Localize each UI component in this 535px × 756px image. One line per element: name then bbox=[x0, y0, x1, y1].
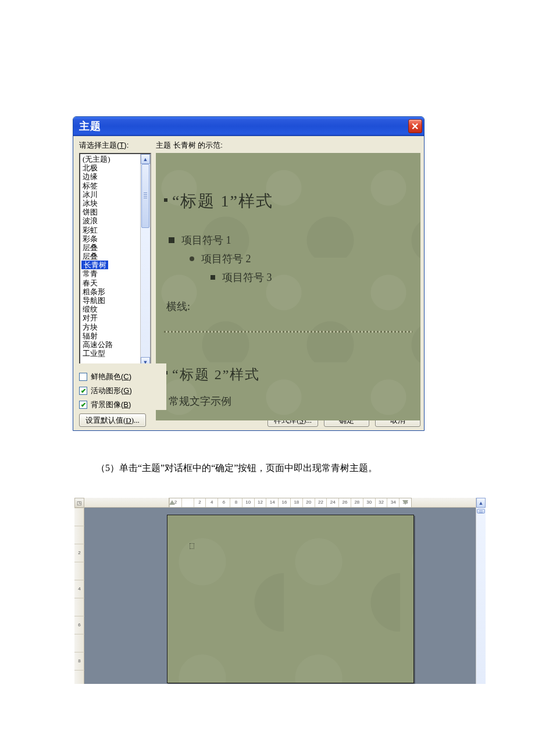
ruler-tick: 16 bbox=[278, 498, 290, 507]
ruler-tick bbox=[181, 498, 194, 507]
preview-bullet-1: 项目符号 1 bbox=[181, 233, 231, 247]
small-square-bullet-icon bbox=[211, 275, 215, 280]
ruler-tick: 14 bbox=[266, 498, 278, 507]
theme-list-item[interactable]: 高速公路 bbox=[80, 340, 140, 349]
checkbox-g[interactable]: 活动图形(G) bbox=[79, 386, 166, 396]
theme-list-item[interactable]: 层叠 bbox=[80, 252, 140, 261]
ruler-tick: 4 bbox=[205, 498, 217, 507]
theme-list-item[interactable]: 边缘 bbox=[80, 172, 140, 181]
vertical-scrollbar[interactable]: ▲ bbox=[476, 498, 486, 684]
dialog-title: 主题 bbox=[79, 119, 408, 133]
preview-regular-text: 常规文字示例 bbox=[169, 394, 412, 408]
ruler-tick: 30 bbox=[363, 498, 375, 507]
theme-list-item[interactable]: 辐射 bbox=[80, 331, 140, 340]
preview-bullet-3: 项目符号 3 bbox=[222, 270, 272, 284]
ruler-tick: 22 bbox=[315, 498, 327, 507]
close-icon[interactable]: ✕ bbox=[408, 119, 422, 133]
scroll-up-icon[interactable]: ▲ bbox=[141, 154, 150, 164]
ruler-corner-icon[interactable]: ◳ bbox=[74, 498, 84, 508]
preview-horizontal-rule bbox=[164, 331, 412, 333]
theme-list-item[interactable]: 层叠 bbox=[80, 243, 140, 252]
ruler-tick: 6 bbox=[74, 616, 84, 634]
theme-preview: “标题 1”样式 项目符号 1 项目符号 2 项目符号 3 横线: “标题 2 bbox=[156, 153, 420, 420]
ruler-tick: 10 bbox=[242, 498, 254, 507]
ruler-tick: 6 bbox=[217, 498, 230, 507]
instruction-step-5: （5）单击“主题”对话框中的“确定”按钮，页面中即出现常青树主题。 bbox=[96, 462, 535, 475]
ruler-tick: 34 bbox=[387, 498, 399, 507]
theme-list-item[interactable]: 导航图 bbox=[80, 296, 140, 305]
checkbox-c[interactable]: 鲜艳颜色(C) bbox=[79, 372, 166, 382]
ruler-tick bbox=[74, 634, 84, 652]
theme-list-item[interactable]: 冰川 bbox=[80, 190, 140, 199]
checkbox-label: 鲜艳颜色(C) bbox=[91, 372, 131, 382]
theme-list-item[interactable]: 波浪 bbox=[80, 216, 140, 225]
checkbox-icon[interactable] bbox=[79, 387, 87, 395]
dialog-titlebar[interactable]: 主题 ✕ bbox=[73, 117, 424, 136]
set-default-button[interactable]: 设置默认值(D)... bbox=[79, 413, 146, 427]
theme-list-item[interactable]: 彩虹 bbox=[80, 226, 140, 234]
theme-list-item[interactable]: 北极 bbox=[80, 163, 140, 172]
ruler-tick bbox=[74, 508, 84, 526]
horizontal-ruler[interactable]: 224681012141618202224262830323436 bbox=[84, 498, 476, 508]
preview-heading2: “标题 2”样式 bbox=[172, 365, 260, 384]
right-indent-marker-icon[interactable] bbox=[402, 500, 408, 505]
ruler-tick: 4 bbox=[74, 580, 84, 598]
ruler-tick: 2 bbox=[194, 498, 206, 507]
ruler-tick: 24 bbox=[326, 498, 338, 507]
ruler-tick: 8 bbox=[230, 498, 242, 507]
theme-listbox[interactable]: (无主题)北极边缘标签冰川冰块饼图波浪彩虹彩条层叠层叠长青树常青春天粗条形导航图… bbox=[79, 153, 151, 368]
checkbox-label: 背景图像(B) bbox=[91, 400, 131, 410]
theme-list-item[interactable]: 彩条 bbox=[80, 234, 140, 243]
document-page[interactable] bbox=[167, 515, 414, 683]
theme-list-item[interactable]: 缎纹 bbox=[80, 305, 140, 313]
preview-label: 主题 长青树 的示范: bbox=[156, 140, 420, 151]
indent-marker-icon[interactable] bbox=[169, 500, 175, 505]
preview-bullet-2: 项目符号 2 bbox=[201, 252, 251, 266]
checkbox-icon[interactable] bbox=[79, 373, 87, 381]
theme-list-item[interactable]: 饼图 bbox=[80, 208, 140, 216]
ruler-tick: 2 bbox=[74, 544, 84, 562]
ruler-tick bbox=[74, 598, 84, 616]
checkbox-b[interactable]: 背景图像(B) bbox=[79, 400, 166, 410]
select-theme-label: 请选择主题(T): bbox=[79, 140, 151, 151]
theme-list-item[interactable]: 长青树 bbox=[81, 261, 108, 269]
scroll-thumb[interactable] bbox=[141, 164, 149, 228]
bullet-icon bbox=[164, 198, 167, 202]
theme-list-item[interactable]: 春天 bbox=[80, 279, 140, 287]
vertical-ruler[interactable]: 246810121416 bbox=[74, 508, 84, 684]
theme-list-item[interactable]: 方块 bbox=[80, 323, 140, 331]
scroll-up-icon[interactable]: ▲ bbox=[476, 498, 486, 508]
scroll-thumb[interactable] bbox=[477, 509, 485, 513]
theme-dialog: 主题 ✕ 请选择主题(T): (无主题)北极边缘标签冰川冰块饼图波浪彩虹彩条层叠… bbox=[73, 116, 425, 431]
theme-list-item[interactable]: 冰块 bbox=[80, 199, 140, 208]
round-bullet-icon bbox=[190, 256, 194, 261]
ruler-tick: 18 bbox=[290, 498, 302, 507]
theme-list-item[interactable]: 对开 bbox=[80, 313, 140, 322]
preview-heading1: “标题 1”样式 bbox=[172, 190, 273, 212]
theme-list-item[interactable]: 标签 bbox=[80, 181, 140, 190]
ruler-tick: 20 bbox=[302, 498, 315, 507]
ruler-tick: 12 bbox=[254, 498, 266, 507]
theme-list-item[interactable]: 工业型 bbox=[80, 349, 140, 358]
ruler-tick: 32 bbox=[375, 498, 387, 507]
word-editing-view: ◳ 224681012141618202224262830323436 2468… bbox=[74, 498, 486, 684]
ruler-tick bbox=[74, 670, 84, 684]
ruler-tick: 26 bbox=[338, 498, 351, 507]
square-bullet-icon bbox=[169, 237, 174, 243]
theme-list-item[interactable]: (无主题) bbox=[80, 155, 140, 163]
ruler-tick bbox=[74, 562, 84, 580]
checkbox-icon[interactable] bbox=[79, 401, 87, 409]
ruler-tick: 28 bbox=[351, 498, 363, 507]
theme-list-item[interactable]: 粗条形 bbox=[80, 287, 140, 296]
ruler-tick bbox=[74, 526, 84, 544]
text-cursor-icon bbox=[190, 543, 194, 549]
listbox-scrollbar[interactable]: ▲ ▼ bbox=[140, 154, 150, 367]
preview-rule-label: 横线: bbox=[166, 299, 412, 313]
checkbox-label: 活动图形(G) bbox=[91, 386, 132, 396]
ruler-tick: 8 bbox=[74, 652, 84, 670]
theme-list-item[interactable]: 常青 bbox=[80, 269, 140, 278]
